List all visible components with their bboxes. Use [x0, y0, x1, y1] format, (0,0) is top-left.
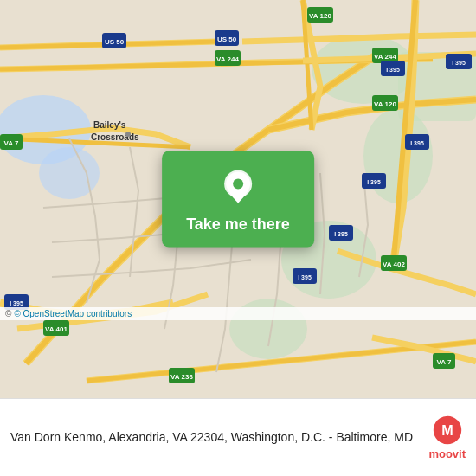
copyright-symbol: ©	[5, 309, 11, 318]
take-me-there-label: Take me there	[186, 215, 290, 234]
moovit-logo: M moovit	[428, 415, 466, 460]
moovit-icon: M	[432, 415, 463, 446]
svg-text:I 395: I 395	[298, 274, 312, 280]
svg-text:VA 244: VA 244	[216, 55, 239, 63]
map-view: US 50 US 50 VA 120 VA 244 VA 244 VA 120 …	[0, 0, 476, 398]
take-me-there-button[interactable]: Take me there	[162, 151, 314, 248]
svg-text:M: M	[441, 422, 453, 438]
svg-text:VA 7: VA 7	[4, 139, 19, 147]
bottom-bar: Van Dorn Kenmo, Alexandria, VA 22304, Wa…	[0, 398, 476, 476]
address-container: Van Dorn Kenmo, Alexandria, VA 22304, Wa…	[10, 429, 420, 447]
svg-text:I 395: I 395	[334, 231, 348, 237]
svg-text:I 395: I 395	[367, 179, 381, 185]
address-text: Van Dorn Kenmo, Alexandria, VA 22304, Wa…	[10, 430, 413, 444]
svg-text:VA 120: VA 120	[374, 100, 396, 108]
svg-text:Bailey's: Bailey's	[93, 120, 126, 130]
moovit-label: moovit	[428, 447, 466, 460]
svg-text:VA 7: VA 7	[437, 358, 452, 366]
svg-text:Crossroads: Crossroads	[91, 132, 139, 142]
svg-text:VA 120: VA 120	[309, 12, 331, 20]
svg-text:US 50: US 50	[105, 38, 125, 46]
svg-point-46	[125, 132, 131, 137]
svg-text:I 395: I 395	[10, 300, 23, 306]
svg-text:US 50: US 50	[217, 35, 237, 43]
svg-text:VA 402: VA 402	[383, 261, 405, 268]
svg-text:I 395: I 395	[386, 67, 400, 73]
svg-point-48	[233, 179, 243, 190]
svg-text:VA 236: VA 236	[170, 373, 193, 381]
openstreetmap-link[interactable]: © OpenStreetMap contributors	[14, 309, 132, 318]
location-pin-icon	[219, 169, 257, 207]
svg-text:I 395: I 395	[410, 140, 424, 146]
svg-text:I 395: I 395	[452, 60, 466, 66]
svg-text:VA 244: VA 244	[374, 53, 396, 61]
copyright-bar: © © OpenStreetMap contributors	[0, 307, 476, 320]
svg-text:VA 401: VA 401	[45, 325, 68, 333]
